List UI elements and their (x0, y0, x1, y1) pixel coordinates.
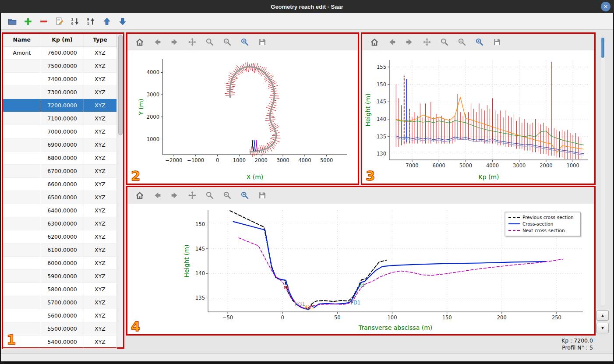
cell-name[interactable] (3, 99, 41, 112)
cell-type[interactable]: XYZ (84, 59, 116, 72)
move-profile-down-button[interactable] (116, 15, 129, 28)
add-profile-button[interactable] (22, 15, 34, 28)
table-row[interactable]: 7000.0000XYZ (3, 125, 116, 138)
table-row[interactable]: 5500.0000XYZ (3, 322, 116, 335)
cell-kp[interactable]: 6000.0000 (41, 256, 84, 269)
cell-kp[interactable]: 6200.0000 (41, 230, 84, 243)
table-row[interactable]: 6200.0000XYZ (3, 230, 116, 243)
cell-kp[interactable]: 7000.0000 (41, 125, 84, 138)
cell-name[interactable] (3, 59, 41, 72)
zoom-button[interactable] (204, 36, 215, 48)
cell-kp[interactable]: 5900.0000 (41, 269, 84, 283)
cell-type[interactable]: XYZ (84, 204, 116, 217)
cell-type[interactable]: XYZ (84, 256, 116, 269)
cell-type[interactable]: XYZ (84, 99, 116, 112)
back-button[interactable] (386, 36, 398, 48)
table-row[interactable]: 7100.0000XYZ (3, 112, 116, 125)
cell-name[interactable] (3, 191, 41, 204)
cell-name[interactable] (3, 296, 41, 309)
table-row[interactable]: 5900.0000XYZ (3, 269, 116, 283)
cell-type[interactable]: XYZ (84, 243, 116, 256)
cell-type[interactable]: XYZ (84, 217, 116, 230)
table-row[interactable]: 7300.0000XYZ (3, 85, 116, 99)
table-row[interactable]: 7400.0000XYZ (3, 72, 116, 85)
edit-profile-button[interactable] (53, 15, 66, 28)
cell-type[interactable]: XYZ (84, 164, 116, 177)
cell-name[interactable] (3, 269, 41, 283)
zoom-out-button[interactable] (456, 36, 468, 48)
cell-name[interactable] (3, 112, 41, 125)
sort-descending-button[interactable]: 91 (85, 15, 97, 28)
table-row[interactable]: 6300.0000XYZ (3, 217, 116, 230)
longitudinal-profile-figure[interactable]: 7000600050004000300020001000130135140145… (362, 50, 594, 184)
cell-kp[interactable]: 6600.0000 (41, 177, 84, 191)
cell-kp[interactable]: 7500.0000 (41, 59, 84, 72)
table-row[interactable]: Amont7600.0000XYZ (3, 46, 116, 59)
zoom-button[interactable] (204, 190, 215, 201)
cell-kp[interactable]: 6100.0000 (41, 243, 84, 256)
table-row[interactable]: 7200.0000XYZ (3, 99, 116, 112)
cell-type[interactable]: XYZ (84, 191, 116, 204)
cell-name[interactable] (3, 243, 41, 256)
table-row[interactable]: 6100.0000XYZ (3, 243, 116, 256)
table-row[interactable]: 7500.0000XYZ (3, 59, 116, 72)
cell-name[interactable] (3, 164, 41, 177)
table-row[interactable]: 6500.0000XYZ (3, 191, 116, 204)
cell-kp[interactable]: 6500.0000 (41, 191, 84, 204)
cell-kp[interactable]: 7600.0000 (41, 46, 84, 59)
pan-button[interactable] (186, 190, 198, 201)
move-profile-up-button[interactable] (101, 15, 113, 28)
cell-type[interactable]: XYZ (84, 230, 116, 243)
table-scrollbar-thumb[interactable] (118, 35, 123, 135)
cell-type[interactable]: XYZ (84, 72, 116, 85)
cell-kp[interactable]: 7200.0000 (41, 99, 84, 112)
cross-section-figure[interactable]: −50050100150200250135140145150Transverse… (127, 204, 594, 334)
table-row[interactable]: 6400.0000XYZ (3, 204, 116, 217)
zoom-out-button[interactable] (221, 36, 233, 48)
cell-type[interactable]: XYZ (84, 177, 116, 191)
forward-button[interactable] (403, 36, 415, 48)
home-button[interactable] (134, 190, 145, 201)
cell-type[interactable]: XYZ (84, 322, 116, 335)
cell-type[interactable]: XYZ (84, 151, 116, 164)
forward-button[interactable] (169, 36, 180, 48)
cell-kp[interactable]: 6800.0000 (41, 151, 84, 164)
table-row[interactable]: 5700.0000XYZ (3, 296, 116, 309)
cell-kp[interactable]: 5400.0000 (41, 335, 84, 348)
cell-kp[interactable]: 5600.0000 (41, 309, 84, 322)
column-header-kp-m[interactable]: Kp (m) (41, 34, 84, 46)
column-header-type[interactable]: Type (84, 34, 116, 46)
pan-button[interactable] (186, 36, 198, 48)
cell-name[interactable] (3, 125, 41, 138)
table-scrollbar[interactable] (117, 34, 124, 347)
cell-type[interactable]: XYZ (84, 309, 116, 322)
cell-name[interactable] (3, 85, 41, 99)
zoom-button[interactable] (438, 36, 450, 48)
table-row[interactable]: 5400.0000XYZ (3, 335, 116, 348)
zoom-in-button[interactable] (473, 36, 485, 48)
cell-type[interactable]: XYZ (84, 296, 116, 309)
back-button[interactable] (151, 190, 163, 201)
table-row[interactable]: 6800.0000XYZ (3, 151, 116, 164)
table-row[interactable]: 5800.0000XYZ (3, 283, 116, 296)
cell-type[interactable]: XYZ (84, 283, 116, 296)
open-file-button[interactable] (6, 15, 18, 28)
cell-kp[interactable]: 7100.0000 (41, 112, 84, 125)
column-header-name[interactable]: Name (3, 34, 41, 46)
save-button[interactable] (256, 190, 268, 201)
cell-type[interactable]: XYZ (84, 138, 116, 151)
zoom-out-button[interactable] (221, 190, 233, 201)
vertical-scrollbar[interactable] (600, 37, 605, 307)
remove-profile-button[interactable] (38, 15, 50, 28)
table-row[interactable]: 6700.0000XYZ (3, 164, 116, 177)
home-button[interactable] (134, 36, 145, 48)
cell-name[interactable]: Amont (3, 46, 41, 59)
cell-kp[interactable]: 5700.0000 (41, 296, 84, 309)
cell-kp[interactable]: 6300.0000 (41, 217, 84, 230)
zoom-in-button[interactable] (239, 36, 251, 48)
cell-name[interactable] (3, 151, 41, 164)
cell-name[interactable] (3, 283, 41, 296)
cell-kp[interactable]: 7400.0000 (41, 72, 84, 85)
cell-type[interactable]: XYZ (84, 269, 116, 283)
cell-type[interactable]: XYZ (84, 85, 116, 99)
